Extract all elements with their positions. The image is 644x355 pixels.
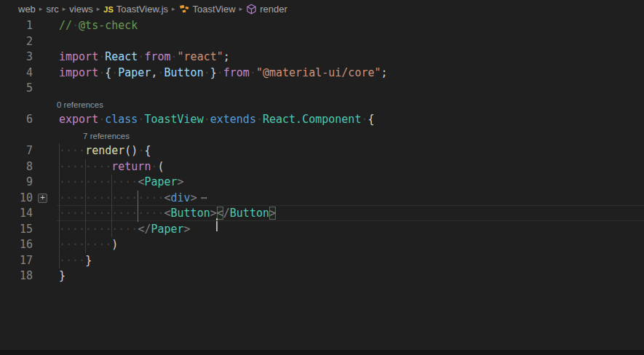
folded-code-ellipsis: ⋯: [201, 191, 207, 204]
whitespace-dots: ·: [111, 66, 118, 79]
line-number[interactable]: 10: [0, 191, 33, 207]
code-token: from: [144, 50, 170, 63]
codelens-text-cell: 0 references: [57, 97, 644, 113]
breadcrumb: web▸src▸views▸JSToastView.js▸ToastView▸r…: [0, 0, 644, 18]
line-number[interactable]: 9: [0, 175, 33, 191]
whitespace-dots: ·: [98, 50, 105, 63]
breadcrumb-item-label: ToastView.js: [116, 4, 168, 15]
line-number[interactable]: 6: [0, 112, 33, 128]
code-token: {: [144, 144, 151, 157]
code-line[interactable]: 5: [0, 81, 644, 97]
code-editor[interactable]: 1//·@ts-check23import·React·from·"react"…: [0, 18, 644, 284]
breadcrumb-item-toastview[interactable]: ToastView: [179, 4, 236, 15]
line-number[interactable]: 4: [0, 65, 33, 81]
code-text: //·@ts-check: [57, 18, 644, 34]
code-token: React: [105, 50, 138, 63]
whitespace-dots: ·: [72, 19, 79, 32]
codelens-row: 0 references: [0, 97, 644, 113]
line-number[interactable]: 18: [0, 268, 33, 284]
code-token: extends: [210, 113, 256, 126]
code-token: Paper: [144, 175, 177, 188]
code-line[interactable]: 17····}: [0, 253, 644, 269]
whitespace-dots: ·: [157, 66, 164, 79]
breadcrumb-separator-icon: ▸: [172, 5, 175, 12]
code-token: (: [157, 160, 164, 173]
indent-guide: [59, 143, 60, 268]
folding-gutter: [33, 143, 57, 159]
code-line[interactable]: 9············<Paper>: [0, 175, 644, 191]
code-token: ;: [381, 66, 388, 79]
folding-gutter: [33, 159, 57, 175]
code-token: (): [124, 144, 138, 157]
code-token: "@material-ui/core": [256, 66, 381, 79]
breadcrumb-separator-icon: ▸: [39, 5, 43, 12]
code-token: import: [59, 50, 98, 63]
code-token: }: [210, 66, 217, 79]
code-token: {: [367, 113, 374, 126]
breadcrumb-item-label: src: [46, 4, 58, 15]
folding-gutter: [33, 112, 57, 128]
code-token: ToastView: [144, 113, 203, 126]
code-text: ········): [57, 237, 644, 253]
code-line[interactable]: 4import·{·Paper,·Button·}·from·"@materia…: [0, 65, 644, 81]
breadcrumb-item-views[interactable]: views: [69, 4, 93, 15]
code-line[interactable]: 3import·React·from·"react";: [0, 49, 644, 65]
codelens-references[interactable]: 7 references: [83, 129, 130, 145]
codelens-references[interactable]: 0 references: [57, 97, 103, 113]
code-line[interactable]: 6export·class·ToastView·extends·React.Co…: [0, 112, 644, 128]
line-number[interactable]: 17: [0, 253, 33, 269]
breadcrumb-item-label: render: [260, 4, 287, 15]
breadcrumb-item-src[interactable]: src: [46, 4, 58, 15]
breadcrumb-item-toastview-js[interactable]: JSToastView.js: [103, 4, 168, 15]
fold-expand-icon[interactable]: +: [38, 194, 47, 203]
code-token: "react": [178, 50, 223, 63]
javascript-file-icon: JS: [103, 5, 113, 14]
line-number[interactable]: 2: [0, 34, 33, 50]
folding-gutter: [33, 222, 57, 238]
code-line[interactable]: 15············</Paper>: [0, 222, 644, 238]
codelens-text-cell: 7 references: [57, 128, 644, 144]
code-text: }: [57, 268, 644, 284]
code-line[interactable]: 2: [0, 34, 644, 50]
code-token: >: [191, 191, 197, 204]
line-number[interactable]: 5: [0, 81, 33, 97]
folding-gutter: [33, 237, 57, 253]
line-number[interactable]: 16: [0, 237, 33, 253]
code-text: ················<div>⋯: [57, 191, 644, 207]
code-token: Button: [164, 66, 204, 79]
line-number[interactable]: 14: [0, 206, 33, 222]
code-lines: 1//·@ts-check23import·React·from·"react"…: [0, 18, 644, 284]
code-text: [57, 34, 644, 50]
breadcrumb-item-render[interactable]: render: [246, 4, 287, 15]
whitespace-dots: ·: [171, 50, 178, 63]
line-number[interactable]: 3: [0, 49, 33, 65]
method-symbol-icon: [246, 4, 257, 15]
breadcrumb-item-web[interactable]: web: [18, 4, 36, 15]
active-indent-guide: [138, 191, 138, 222]
code-text: ············<Paper>: [57, 175, 644, 191]
line-number[interactable]: 1: [0, 18, 33, 34]
line-number[interactable]: 7: [0, 143, 33, 159]
whitespace-dots: ·: [204, 66, 210, 79]
whitespace-dots: ·: [204, 113, 210, 126]
code-line[interactable]: 8········return·(: [0, 159, 644, 175]
code-line[interactable]: 18}: [0, 268, 644, 284]
code-line[interactable]: 7····render()·{: [0, 143, 644, 159]
code-token: //: [59, 19, 72, 32]
code-token: @ts-check: [79, 19, 138, 32]
code-line[interactable]: 10+················<div>⋯: [0, 191, 644, 207]
line-number[interactable]: 15: [0, 222, 33, 238]
line-number[interactable]: 8: [0, 159, 33, 175]
folding-gutter: [33, 268, 57, 284]
whitespace-dots: ·: [98, 113, 105, 126]
line-number: [0, 128, 33, 144]
breadcrumb-separator-icon: ▸: [63, 5, 66, 12]
indent-guide: [111, 175, 112, 237]
whitespace-dots: ····: [59, 144, 85, 157]
folding-gutter: [33, 65, 57, 81]
code-line[interactable]: 16········): [0, 237, 644, 253]
code-line[interactable]: 1//·@ts-check: [0, 18, 644, 34]
code-text: ····render()·{: [57, 143, 644, 159]
code-text: ············</Paper>: [57, 222, 644, 238]
line-number: [0, 97, 33, 113]
